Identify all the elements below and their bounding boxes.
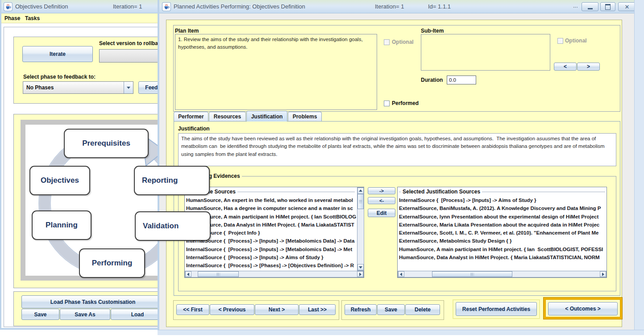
list-item[interactable]: HumanSource, Has a degree in computer sc…: [186, 204, 357, 212]
available-sources-horizontal-scrollbar[interactable]: [185, 271, 364, 277]
scrollbar-track[interactable]: [191, 271, 357, 277]
available-sources-vertical-scrollbar[interactable]: [357, 187, 364, 271]
diagram-node-objectives: Objectives: [29, 166, 90, 195]
list-item[interactable]: HumanSource, Data Analyst in HiMet Proje…: [186, 221, 357, 229]
chevron-down-icon: [127, 87, 130, 91]
minimize-button[interactable]: [582, 2, 598, 11]
planned-activities-window: Planned Activities Performing: Objective…: [158, 0, 644, 335]
next-button[interactable]: Next >: [255, 304, 299, 315]
main-window-border-bottom: [158, 330, 644, 335]
plan-item-optional-checkbox[interactable]: [384, 39, 390, 45]
desktop: Objectives Definition Iteration= 1 Phase…: [0, 0, 644, 336]
load-button[interactable]: Load: [111, 309, 164, 320]
arrow-right-icon: [359, 273, 363, 276]
save-button[interactable]: Save: [377, 304, 405, 315]
list-item[interactable]: ExternalSource, lynn Presentation about …: [399, 213, 606, 221]
scroll-down-button[interactable]: [357, 264, 364, 270]
scrollbar-thumb[interactable]: [432, 271, 512, 277]
menu-item-tasks[interactable]: Tasks: [22, 14, 42, 23]
list-item[interactable]: ExternalSource, Scott, I. M., C. P. Verm…: [399, 229, 606, 237]
diagram-node-performing: Performing: [79, 248, 145, 278]
edit-source-button[interactable]: Edit: [368, 209, 395, 217]
first-button[interactable]: << First: [176, 304, 209, 315]
load-phase-tasks-customisation-button[interactable]: Load Phase Tasks Customisation: [21, 295, 164, 308]
list-item[interactable]: InternalSource { [Process] -> [Inputs] -…: [399, 196, 606, 204]
performed-checkbox[interactable]: [384, 101, 390, 106]
tab-problems[interactable]: Problems: [288, 112, 322, 121]
phase-combobox[interactable]: No Phases: [23, 81, 133, 94]
tab-justification[interactable]: Justification: [246, 111, 287, 122]
scrollbar-thumb[interactable]: [198, 271, 239, 277]
close-button[interactable]: ✕: [618, 2, 636, 11]
delete-button[interactable]: Delete: [405, 304, 440, 315]
scrollbar-thumb[interactable]: [357, 194, 364, 209]
scroll-right-button[interactable]: [600, 271, 606, 277]
list-item[interactable]: ExternalSource, Maria Likata Presentatio…: [399, 221, 606, 229]
list-item[interactable]: InternalSource { [Process] -> [Inputs] -…: [186, 245, 357, 253]
plan-item-textarea[interactable]: 1. Review the aims of the study and thei…: [175, 34, 377, 110]
arrow-up-icon: [359, 188, 362, 192]
sub-item-textarea[interactable]: [421, 34, 550, 71]
refresh-button[interactable]: Refresh: [345, 304, 377, 315]
justification-textarea[interactable]: The aims of the study have been reviewed…: [178, 133, 616, 166]
left-window-title: Objectives Definition: [15, 3, 68, 10]
sub-item-optional-checkbox[interactable]: [557, 38, 563, 44]
scrollbar-track[interactable]: [404, 271, 600, 277]
reset-performed-activities-button[interactable]: Reset Performed Activities: [456, 302, 537, 316]
main-id-label: Id= 1.1.1: [428, 3, 451, 10]
maximize-button[interactable]: [600, 2, 615, 11]
last-button[interactable]: Last >>: [299, 304, 336, 315]
list-item[interactable]: ExternalSource, BaniMustafa, A. (2012). …: [399, 204, 606, 212]
list-item[interactable]: InternalSource { [Process] -> [Inputs] -…: [186, 237, 357, 245]
menu-item-phase[interactable]: Phase: [2, 14, 23, 23]
selected-sources-items: InternalSource { [Process] -> [Inputs] -…: [399, 196, 606, 270]
rollback-version-combobox[interactable]: [99, 49, 166, 63]
scrollbar-track[interactable]: [357, 194, 364, 264]
arrow-left-icon: [398, 273, 402, 276]
save-as-button[interactable]: Save As: [60, 309, 110, 320]
outcomes-button[interactable]: < Outcomes >: [548, 302, 618, 315]
main-iteration-label: Iteration= 1: [375, 3, 404, 10]
list-item[interactable]: HumanSource, Data Analyst in HiMet Proje…: [399, 253, 606, 261]
tab-performer[interactable]: Performer: [174, 112, 208, 121]
save-button-left[interactable]: Save: [21, 309, 59, 320]
list-item[interactable]: HumanSource, A main participant in HiMet…: [399, 245, 606, 253]
list-item[interactable]: HumanSource, An expert in the field, who…: [186, 196, 357, 204]
selected-sources-title: Selected Justification Sources: [401, 189, 482, 195]
feedback-phase-label: Select phase to feedback to:: [23, 74, 96, 80]
rollback-version-label: Select version to rollback: [99, 40, 164, 46]
arrow-down-icon: [359, 266, 362, 270]
scroll-left-button[interactable]: [185, 271, 191, 277]
list-item[interactable]: InternalSource { [Process] -> [Phases] -…: [186, 261, 357, 269]
scroll-right-button[interactable]: [357, 271, 363, 277]
tab-resources[interactable]: Resources: [209, 112, 246, 121]
diagram-node-validation: Validation: [135, 211, 211, 241]
list-item[interactable]: HumanSource, A main participant in HiMet…: [186, 213, 357, 221]
close-icon: ✕: [625, 4, 630, 10]
available-sources-items: HumanSource, An expert in the field, who…: [186, 196, 357, 270]
duration-label: Duration: [421, 77, 443, 83]
sub-item-next-button[interactable]: >: [577, 63, 600, 71]
combobox-dropdown-button[interactable]: [124, 82, 133, 93]
java-icon: [4, 2, 12, 11]
list-item[interactable]: InternalSource { [Process] -> [Inputs] -…: [186, 253, 357, 261]
duration-field[interactable]: [447, 76, 476, 84]
diagram-node-planning: Planning: [32, 210, 91, 240]
titlebar-more-label: ...: [573, 2, 578, 9]
plan-item-label: Plan Item: [175, 28, 199, 34]
list-item[interactable]: ExternalSource, Metabolmics Study Design…: [399, 237, 606, 245]
diagram-node-reporting: Reporting: [134, 166, 210, 195]
sub-item-prev-button[interactable]: <: [554, 63, 577, 71]
main-window-border-right: [634, 0, 644, 335]
scroll-up-button[interactable]: [357, 188, 364, 194]
scroll-left-button[interactable]: [398, 271, 404, 277]
list-item[interactable]: InternalSource { Project Info }: [186, 229, 357, 237]
left-iteration-label: Iteration= 1: [113, 3, 142, 10]
java-icon: [162, 2, 171, 11]
remove-source-button[interactable]: <-: [368, 197, 395, 204]
iterate-button[interactable]: Iterate: [22, 46, 93, 62]
phase-combobox-value: No Phases: [23, 84, 124, 91]
selected-sources-horizontal-scrollbar[interactable]: [398, 271, 607, 277]
previous-button[interactable]: < Previous: [210, 304, 254, 315]
add-source-button[interactable]: ->: [368, 187, 395, 194]
